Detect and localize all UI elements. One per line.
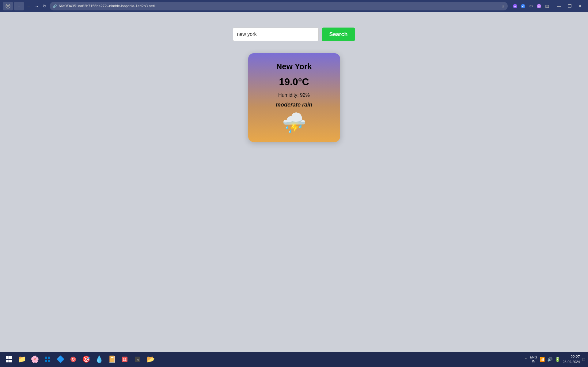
date-display: 28-09-2024 xyxy=(563,360,580,364)
url-text: 66c0f34351ea82b7156ba272--nimble-begonia… xyxy=(59,4,500,8)
lock-icon: 🔗 xyxy=(53,4,57,8)
weather-city: New York xyxy=(276,62,312,71)
weather-icon: ⛈️ xyxy=(282,113,306,133)
notification-icon[interactable]: □ xyxy=(582,357,585,362)
minimize-button[interactable]: — xyxy=(554,2,564,10)
extension-icons: e ⚙ A ▤ xyxy=(512,3,550,9)
taskbar-app-5[interactable]: 🎯 xyxy=(80,354,92,365)
main-content: Search New York 19.0°C Humidity: 92% mod… xyxy=(0,12,588,352)
taskbar-app-7[interactable]: 📔 xyxy=(106,354,118,365)
back-button[interactable]: ← xyxy=(26,3,32,9)
taskbar-right: ⌃ ENG IN 📶 🔊 🔋 22:27 28-09-2024 □ xyxy=(524,354,585,364)
reload-button[interactable]: ↻ xyxy=(42,3,48,9)
clock[interactable]: 22:27 28-09-2024 xyxy=(563,354,580,364)
svg-text:O: O xyxy=(72,357,74,361)
time-display: 22:27 xyxy=(563,354,580,360)
settings-icon[interactable]: ⚙ xyxy=(528,3,534,9)
sidebar-icon[interactable]: ▤ xyxy=(544,3,550,9)
close-button[interactable]: ✕ xyxy=(575,2,585,10)
browser-tab-icon[interactable] xyxy=(3,2,13,10)
svg-rect-8 xyxy=(6,360,9,362)
svg-text:N: N xyxy=(137,358,139,361)
svg-rect-10 xyxy=(45,357,47,359)
svg-text:A: A xyxy=(538,5,540,8)
taskbar-app-10[interactable]: 📂 xyxy=(145,354,156,365)
taskbar-left: 📁 🌸 🔷 O 🎯 💧 📔 31 xyxy=(3,354,156,365)
weather-card: New York 19.0°C Humidity: 92% moderate r… xyxy=(248,53,340,142)
taskbar-app-9[interactable]: N xyxy=(132,354,143,365)
search-button[interactable]: Search xyxy=(322,28,355,41)
system-tray-icons: ⌃ xyxy=(524,357,527,361)
lang-top: ENG xyxy=(530,355,537,359)
svg-text:31: 31 xyxy=(123,358,127,361)
search-input[interactable] xyxy=(233,28,319,41)
taskbar-app-3[interactable]: 🔷 xyxy=(55,354,66,365)
ext-icon-1[interactable]: e xyxy=(512,3,518,9)
volume-icon: 🔊 xyxy=(547,357,552,362)
language-indicator: ENG IN xyxy=(530,355,537,363)
svg-rect-11 xyxy=(48,357,50,359)
svg-rect-12 xyxy=(45,360,47,362)
browser-tabs: + xyxy=(3,2,24,10)
taskbar-app-2[interactable] xyxy=(42,354,53,365)
wifi-icon: 📶 xyxy=(540,357,545,362)
weather-humidity: Humidity: 92% xyxy=(278,92,310,98)
svg-rect-6 xyxy=(6,356,9,359)
tune-icon: ⊞ xyxy=(502,4,505,8)
forward-button[interactable]: → xyxy=(34,3,40,9)
window-controls: — ❐ ✕ xyxy=(554,2,585,10)
browser-titlebar: + ← → ↻ 🔗 66c0f34351ea82b7156ba272--nimb… xyxy=(0,0,588,12)
search-container: Search xyxy=(233,28,355,41)
taskbar-app-1[interactable]: 🌸 xyxy=(29,354,40,365)
lang-bottom: IN xyxy=(530,359,537,363)
chevron-icon[interactable]: ⌃ xyxy=(524,357,527,361)
taskbar-app-8[interactable]: 31 xyxy=(119,354,131,365)
taskbar-app-4[interactable]: O xyxy=(67,354,79,365)
address-bar[interactable]: 🔗 66c0f34351ea82b7156ba272--nimble-begon… xyxy=(50,2,508,10)
taskbar-app-6[interactable]: 💧 xyxy=(93,354,105,365)
battery-icon: 🔋 xyxy=(555,357,560,362)
profile-icon[interactable]: A xyxy=(536,3,542,9)
weather-description: moderate rain xyxy=(276,102,312,108)
maximize-button[interactable]: ❐ xyxy=(565,2,575,10)
ext-icon-2[interactable] xyxy=(520,3,526,9)
svg-rect-9 xyxy=(9,360,12,362)
svg-point-0 xyxy=(6,4,10,8)
svg-text:e: e xyxy=(514,5,516,8)
svg-rect-13 xyxy=(48,360,50,362)
weather-temperature: 19.0°C xyxy=(279,76,309,88)
file-explorer-button[interactable]: 📁 xyxy=(16,354,28,365)
taskbar: 📁 🌸 🔷 O 🎯 💧 📔 31 xyxy=(0,352,588,367)
start-button[interactable] xyxy=(3,354,15,365)
new-tab-button[interactable]: + xyxy=(14,2,24,10)
svg-rect-7 xyxy=(9,356,12,359)
